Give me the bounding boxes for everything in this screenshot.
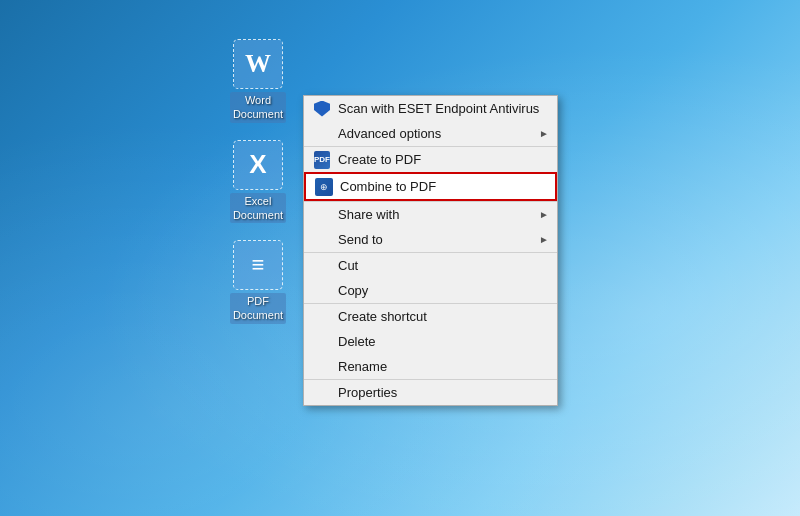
word-label: Word Document bbox=[230, 92, 286, 123]
cut-label: Cut bbox=[338, 258, 543, 273]
context-menu: Scan with ESET Endpoint Antivirus Advanc… bbox=[303, 95, 558, 406]
menu-section-cut-copy: Cut Copy bbox=[304, 253, 557, 304]
advanced-icon bbox=[312, 124, 332, 144]
menu-section-properties: Properties bbox=[304, 380, 557, 405]
scan-label: Scan with ESET Endpoint Antivirus bbox=[338, 101, 543, 116]
create-pdf-icon: PDF bbox=[312, 150, 332, 170]
eset-icon bbox=[312, 99, 332, 119]
properties-icon bbox=[312, 383, 332, 403]
send-to-arrow: ► bbox=[539, 234, 549, 245]
combine-pdf-icon: ⊕ bbox=[314, 177, 334, 197]
menu-item-rename[interactable]: Rename bbox=[304, 354, 557, 379]
copy-label: Copy bbox=[338, 283, 543, 298]
menu-item-combine-pdf[interactable]: ⊕ Combine to PDF bbox=[304, 172, 557, 201]
cut-icon bbox=[312, 256, 332, 276]
menu-item-properties[interactable]: Properties bbox=[304, 380, 557, 405]
excel-label: Excel Document bbox=[230, 193, 286, 224]
share-arrow: ► bbox=[539, 209, 549, 220]
pdf-icon bbox=[234, 241, 282, 289]
menu-section-eset: Scan with ESET Endpoint Antivirus Advanc… bbox=[304, 96, 557, 147]
combine-pdf-label: Combine to PDF bbox=[340, 179, 541, 194]
menu-section-file-ops: Create shortcut Delete Rename bbox=[304, 304, 557, 380]
menu-item-scan[interactable]: Scan with ESET Endpoint Antivirus bbox=[304, 96, 557, 121]
excel-icon bbox=[234, 141, 282, 189]
properties-label: Properties bbox=[338, 385, 543, 400]
rename-label: Rename bbox=[338, 359, 543, 374]
share-label: Share with bbox=[338, 207, 543, 222]
desktop-icon-excel[interactable]: Excel Document bbox=[222, 141, 294, 224]
word-icon bbox=[234, 40, 282, 88]
pdf-label: PDF Document bbox=[230, 293, 286, 324]
advanced-label: Advanced options bbox=[338, 126, 543, 141]
menu-item-create-pdf[interactable]: PDF Create to PDF bbox=[304, 147, 557, 172]
desktop-icon-word[interactable]: Word Document bbox=[222, 40, 294, 123]
menu-section-pdf: PDF Create to PDF ⊕ Combine to PDF bbox=[304, 147, 557, 202]
desktop-icon-pdf[interactable]: PDF Document bbox=[222, 241, 294, 324]
rename-icon bbox=[312, 357, 332, 377]
copy-icon bbox=[312, 281, 332, 301]
create-shortcut-label: Create shortcut bbox=[338, 309, 543, 324]
send-to-label: Send to bbox=[338, 232, 543, 247]
menu-item-create-shortcut[interactable]: Create shortcut bbox=[304, 304, 557, 329]
share-icon bbox=[312, 205, 332, 225]
desktop-icons: Word Document Excel Document PDF Documen… bbox=[222, 40, 294, 324]
menu-item-cut[interactable]: Cut bbox=[304, 253, 557, 278]
shortcut-icon bbox=[312, 307, 332, 327]
menu-item-share[interactable]: Share with ► bbox=[304, 202, 557, 227]
menu-section-share: Share with ► Send to ► bbox=[304, 202, 557, 253]
menu-item-advanced[interactable]: Advanced options ► bbox=[304, 121, 557, 146]
create-pdf-label: Create to PDF bbox=[338, 152, 543, 167]
send-to-icon bbox=[312, 230, 332, 250]
menu-item-copy[interactable]: Copy bbox=[304, 278, 557, 303]
delete-label: Delete bbox=[338, 334, 543, 349]
delete-icon bbox=[312, 332, 332, 352]
menu-item-delete[interactable]: Delete bbox=[304, 329, 557, 354]
advanced-arrow: ► bbox=[539, 128, 549, 139]
menu-item-send-to[interactable]: Send to ► bbox=[304, 227, 557, 252]
